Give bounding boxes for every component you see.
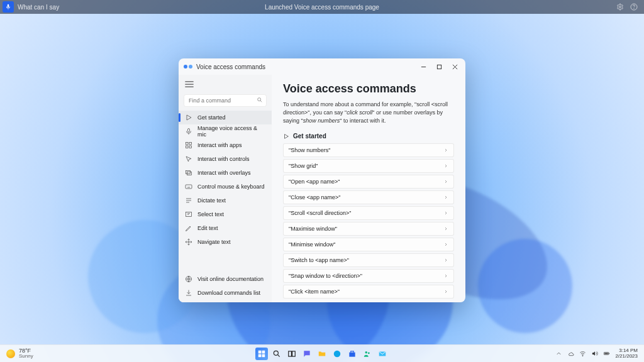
pencil-icon — [185, 224, 192, 232]
sidebar-item-manage-mic[interactable]: Manage voice access & mic — [179, 124, 272, 138]
svg-rect-15 — [186, 143, 189, 145]
mail-icon — [378, 349, 387, 358]
svg-rect-16 — [189, 143, 192, 145]
svg-point-38 — [334, 350, 341, 357]
chevron-up-icon[interactable] — [555, 350, 562, 357]
weather-icon — [6, 349, 15, 358]
titlebar[interactable]: Voice access commands — [179, 58, 465, 75]
chat-button[interactable] — [301, 348, 313, 360]
sidebar-item-dictate[interactable]: Dictate text — [179, 194, 272, 207]
start-button[interactable] — [255, 348, 268, 360]
voice-prompt: What can I say — [18, 4, 59, 11]
maximize-icon[interactable] — [436, 64, 442, 70]
sidebar-item-overlays[interactable]: Interact with overlays — [179, 166, 272, 180]
search-icon — [257, 97, 263, 103]
sidebar: Get started Manage voice access & mic In… — [179, 75, 272, 302]
store-icon — [348, 349, 357, 358]
text-icon — [185, 197, 192, 204]
close-icon[interactable] — [452, 64, 458, 70]
chat-icon — [303, 349, 311, 358]
sidebar-item-select[interactable]: Select text — [179, 207, 272, 221]
sidebar-item-label: Dictate text — [197, 197, 226, 204]
command-item[interactable]: "Close <app name>" — [283, 190, 454, 204]
weather-widget[interactable]: 78°FSunny — [0, 348, 33, 359]
sidebar-item-label: Navigate text — [197, 239, 231, 245]
command-item[interactable]: "Open <app name>" — [283, 175, 454, 189]
command-item[interactable]: "Maximise window" — [283, 222, 454, 236]
mic-icon — [5, 4, 11, 10]
voice-commands-window: Voice access commands Get started Manage… — [179, 58, 465, 302]
sidebar-item-controls[interactable]: Interact with controls — [179, 152, 272, 166]
svg-point-34 — [274, 351, 278, 355]
hamburger-button[interactable] — [179, 76, 272, 94]
command-item[interactable]: "Scroll <scroll direction>" — [283, 206, 454, 220]
search-input[interactable] — [184, 94, 267, 107]
sidebar-item-docs[interactable]: Visit online documentation — [179, 272, 272, 286]
battery-icon[interactable] — [603, 350, 610, 357]
command-item[interactable]: "Show grid" — [283, 159, 454, 173]
chevron-right-icon — [443, 226, 448, 231]
command-list: "Show numbers" "Show grid" "Open <app na… — [283, 143, 454, 299]
minimize-icon[interactable] — [421, 64, 426, 70]
command-item[interactable]: "Snap window to <direction>" — [283, 269, 454, 283]
svg-rect-32 — [258, 354, 262, 357]
command-item[interactable]: "Minimise window" — [283, 238, 454, 251]
sidebar-item-label: Interact with apps — [197, 142, 242, 148]
search-button[interactable] — [270, 348, 283, 360]
app-button[interactable] — [361, 348, 374, 360]
sidebar-item-label: Interact with overlays — [197, 170, 251, 176]
chevron-right-icon — [443, 195, 448, 200]
intro-text: To understand more about a command for e… — [283, 101, 454, 125]
svg-rect-13 — [188, 129, 190, 133]
sidebar-item-label: Visit online documentation — [197, 276, 264, 282]
nav-list: Get started Manage voice access & mic In… — [179, 111, 272, 249]
system-tray[interactable]: 3:14 PM2/21/2023 — [555, 348, 644, 359]
sidebar-item-label: Edit text — [197, 225, 218, 231]
globe-icon — [185, 275, 192, 283]
svg-point-2 — [634, 8, 635, 9]
taskview-icon — [287, 349, 296, 358]
taskview-button[interactable] — [286, 348, 298, 360]
edge-icon — [333, 349, 341, 358]
store-button[interactable] — [346, 348, 358, 360]
sidebar-item-edit[interactable]: Edit text — [179, 221, 272, 235]
clock[interactable]: 3:14 PM2/21/2023 — [615, 348, 638, 359]
command-item[interactable]: "Switch to <app name>" — [283, 253, 454, 267]
svg-rect-20 — [187, 172, 192, 175]
onedrive-icon[interactable] — [567, 350, 574, 357]
voice-status: Launched Voice access commands page — [265, 4, 379, 11]
people-icon — [363, 349, 372, 358]
command-item[interactable]: "Click <item name>" — [283, 285, 454, 299]
sidebar-item-mouse[interactable]: Control mouse & keyboard — [179, 180, 272, 194]
sidebar-footer: Visit online documentation Download comm… — [179, 272, 272, 302]
sidebar-item-download[interactable]: Download commands list — [179, 286, 272, 300]
section-heading: Get started — [283, 133, 454, 140]
page-heading: Voice access commands — [283, 82, 454, 96]
sidebar-item-get-started[interactable]: Get started — [179, 111, 272, 124]
folder-icon — [318, 349, 326, 358]
svg-line-11 — [260, 101, 262, 102]
window-title: Voice access commands — [196, 63, 265, 70]
sidebar-item-navigate[interactable]: Navigate text — [179, 235, 272, 249]
keyboard-icon — [185, 183, 192, 190]
edge-button[interactable] — [331, 348, 343, 360]
search-field[interactable] — [184, 94, 267, 107]
command-item[interactable]: "Show numbers" — [283, 143, 454, 157]
svg-rect-18 — [189, 146, 192, 148]
explorer-button[interactable] — [316, 348, 328, 360]
sidebar-item-apps[interactable]: Interact with apps — [179, 138, 272, 152]
wifi-icon[interactable] — [579, 350, 586, 357]
search-icon — [272, 349, 281, 358]
svg-rect-4 — [437, 65, 441, 69]
settings-icon[interactable] — [616, 3, 624, 11]
download-icon — [185, 289, 192, 297]
svg-rect-27 — [186, 212, 192, 217]
volume-icon[interactable] — [591, 350, 598, 357]
svg-rect-19 — [186, 171, 191, 174]
help-icon[interactable] — [630, 3, 638, 11]
mic-button[interactable] — [3, 1, 14, 13]
mail-button[interactable] — [376, 348, 389, 360]
play-icon — [185, 114, 192, 121]
content-pane: Voice access commands To understand more… — [272, 75, 465, 302]
svg-marker-29 — [285, 134, 289, 138]
